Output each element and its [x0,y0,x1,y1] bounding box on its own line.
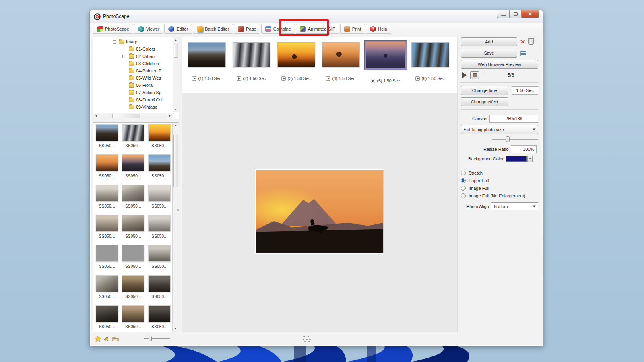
background-color-swatch[interactable] [506,156,527,162]
rename-tool-icon[interactable] [103,336,110,342]
tree-horizontal-scrollbar[interactable]: ◀ ▶ [93,113,173,119]
gif-frame-5-selected[interactable]: (5) 1.50 Sec [363,42,408,83]
photo-align-dropdown[interactable]: Bottom [491,202,538,210]
web-browser-preview-button[interactable]: Web Browser Preview [461,60,538,69]
radio-image-full[interactable]: Image Full [461,186,538,191]
radio-icon[interactable] [461,186,466,191]
thumbnail-item[interactable]: SS050... [95,245,119,275]
resize-grip-icon[interactable] [302,335,311,342]
thumbnail-item[interactable]: SS050... [147,245,172,275]
frame-thumbnail[interactable] [322,42,360,67]
panel-splitter-handle[interactable] [177,209,179,211]
thumbnail-size-slider[interactable] [144,336,170,341]
thumbnail-image[interactable] [122,185,144,202]
radio-image-full-no-enlargement[interactable]: Image Full (No Enlargement) [461,193,538,198]
radio-paper-full[interactable]: Paper Full [461,178,538,183]
tree-item[interactable]: + 07-Action Sp [93,89,172,96]
thumbnail-item[interactable]: SS050... [147,124,172,154]
time-value-field[interactable]: 1.50 Sec [512,86,538,95]
favorites-star-icon[interactable] [95,336,101,342]
scrollbar-thumb[interactable] [174,44,178,58]
thumbnail-item[interactable]: SS050... [121,305,145,332]
thumbnail-image[interactable] [96,275,118,292]
gif-frame-1[interactable]: (1) 1.50 Sec [184,42,229,81]
frame-thumbnail[interactable] [188,42,226,67]
thumbnail-image[interactable] [122,305,144,322]
tree-vertical-scrollbar[interactable]: ▲ ▼ [173,37,179,112]
gif-frame-4[interactable]: (4) 1.50 Sec [318,42,363,81]
stop-animation-button[interactable] [470,71,479,79]
play-frame-icon[interactable] [281,76,286,81]
tab-print[interactable]: Print [340,24,365,34]
expand-icon[interactable]: + [122,55,126,58]
tab-batch-editor[interactable]: Batch Editor [193,24,233,34]
remove-frame-icon[interactable]: ✕ [520,39,526,45]
tree-item[interactable]: + 04-Painted T [93,67,172,74]
tree-item[interactable]: + 01-Colors [93,45,172,53]
thumbnail-item[interactable]: SS050... [147,305,172,332]
thumbnail-item[interactable]: SS050... [95,275,119,305]
collapse-icon[interactable]: - [113,40,116,44]
thumbnail-image[interactable] [122,275,144,292]
trash-icon[interactable] [528,39,534,45]
thumbnail-item[interactable]: SS050... [147,185,172,215]
thumbnail-item[interactable]: SS050... [147,275,172,305]
thumbnail-item[interactable]: SS050... [121,215,145,245]
thumbnail-image[interactable] [96,185,118,202]
tab-editor[interactable]: Editor [164,24,192,34]
radio-icon[interactable] [461,193,466,198]
thumbnail-image[interactable] [122,124,144,141]
close-button[interactable]: ✕ [521,10,539,18]
thumbnail-item[interactable]: SS050... [147,215,172,245]
change-time-button[interactable]: Change time [461,86,508,95]
slider-handle[interactable] [149,336,152,341]
scrollbar-thumb[interactable] [112,114,140,118]
tree-item[interactable]: + 06-Floral [93,82,172,89]
radio-selected-icon[interactable] [461,178,466,183]
gif-frame-2[interactable]: (2) 1.50 Sec [229,42,274,81]
maximize-button[interactable] [509,10,521,18]
radio-icon[interactable] [461,171,466,175]
thumbnail-image[interactable] [148,215,171,232]
change-effect-button[interactable]: Change effect [461,97,508,106]
thumbnail-image[interactable] [122,154,144,171]
thumbnail-image[interactable] [122,215,144,232]
thumbnail-image[interactable] [96,154,118,171]
save-button[interactable]: Save [461,49,517,58]
thumbnail-item[interactable]: SS050... [95,305,119,332]
tab-viewer[interactable]: Viewer [134,24,163,34]
canvas-size-field[interactable]: 280x186 [489,115,538,123]
thumbnail-image[interactable] [148,154,171,171]
thumbnail-item[interactable]: SS050... [95,185,119,215]
tab-photoscape[interactable]: PhotoScape [93,24,133,34]
thumbnail-item[interactable]: SS050... [121,124,145,154]
play-frame-icon[interactable] [237,76,241,81]
frame-thumbnail[interactable] [411,42,449,67]
thumbnail-item[interactable]: SS050... [95,124,119,154]
thumbnail-image[interactable] [148,185,171,202]
thumbnail-image[interactable] [96,305,118,322]
tree-item[interactable]: + 08-Form&Col [93,96,172,103]
tab-animated-gif[interactable]: Animated GIF [296,24,339,34]
scroll-left-icon[interactable]: ◀ [93,113,99,119]
background-color-dropdown[interactable] [527,156,533,162]
scroll-down-icon[interactable]: ▼ [173,107,179,112]
thumbnail-image[interactable] [148,245,171,262]
play-frame-icon[interactable] [371,79,375,83]
tab-help[interactable]: ?Help [366,24,391,34]
canvas-size-slider[interactable] [492,136,538,142]
thumbnail-item[interactable]: SS050... [121,275,145,305]
thumbnail-image[interactable] [148,275,171,292]
scroll-right-icon[interactable]: ▶ [167,113,173,119]
add-button[interactable]: Add [461,37,517,46]
thumbnail-image[interactable] [148,305,171,322]
tree-item[interactable]: + 09-Vintage [93,103,172,111]
thumbnail-vertical-scrollbar[interactable]: ▲ ▼ [172,123,179,332]
title-bar[interactable]: PhotoScape ✕ [90,10,543,23]
radio-stretch[interactable]: Stretch [461,171,538,175]
thumbnail-item[interactable]: SS050... [147,154,172,185]
frame-thumbnail[interactable] [233,42,270,67]
thumbnail-image[interactable] [96,245,118,262]
thumbnail-image[interactable] [122,245,144,262]
play-frame-icon[interactable] [415,76,420,81]
